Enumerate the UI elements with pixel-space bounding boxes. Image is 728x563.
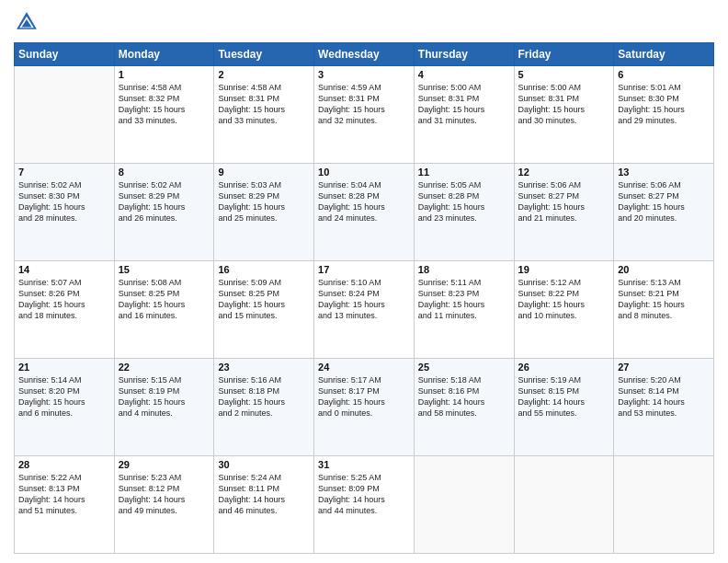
- cell-info: Sunrise: 5:10 AM Sunset: 8:24 PM Dayligh…: [318, 277, 410, 322]
- calendar-cell: 18Sunrise: 5:11 AM Sunset: 8:23 PM Dayli…: [414, 261, 514, 359]
- calendar-cell: 2Sunrise: 4:58 AM Sunset: 8:31 PM Daylig…: [214, 66, 314, 164]
- day-number: 6: [618, 69, 710, 80]
- day-number: 22: [119, 362, 210, 373]
- day-number: 14: [18, 264, 110, 275]
- calendar-cell: 3Sunrise: 4:59 AM Sunset: 8:31 PM Daylig…: [314, 66, 415, 164]
- calendar-cell: [15, 66, 115, 164]
- calendar-cell: 6Sunrise: 5:01 AM Sunset: 8:30 PM Daylig…: [614, 66, 714, 164]
- calendar-cell: 11Sunrise: 5:05 AM Sunset: 8:28 PM Dayli…: [414, 164, 514, 261]
- calendar-cell: 8Sunrise: 5:02 AM Sunset: 8:29 PM Daylig…: [114, 164, 214, 261]
- weekday-header: Saturday: [614, 43, 714, 66]
- day-number: 2: [218, 69, 310, 80]
- calendar-cell: 17Sunrise: 5:10 AM Sunset: 8:24 PM Dayli…: [314, 261, 415, 359]
- calendar-table: SundayMondayTuesdayWednesdayThursdayFrid…: [14, 42, 714, 554]
- cell-info: Sunrise: 4:58 AM Sunset: 8:31 PM Dayligh…: [218, 82, 310, 127]
- cell-info: Sunrise: 5:23 AM Sunset: 8:12 PM Dayligh…: [119, 472, 210, 517]
- cell-info: Sunrise: 5:18 AM Sunset: 8:16 PM Dayligh…: [418, 374, 510, 419]
- cell-info: Sunrise: 5:08 AM Sunset: 8:25 PM Dayligh…: [119, 277, 210, 322]
- calendar-cell: 19Sunrise: 5:12 AM Sunset: 8:22 PM Dayli…: [514, 261, 614, 359]
- cell-info: Sunrise: 5:00 AM Sunset: 8:31 PM Dayligh…: [518, 82, 610, 127]
- day-number: 30: [218, 459, 310, 470]
- cell-info: Sunrise: 5:09 AM Sunset: 8:25 PM Dayligh…: [218, 277, 310, 322]
- calendar-cell: 5Sunrise: 5:00 AM Sunset: 8:31 PM Daylig…: [514, 66, 614, 164]
- calendar-cell: [614, 456, 714, 554]
- calendar-week-row: 21Sunrise: 5:14 AM Sunset: 8:20 PM Dayli…: [15, 359, 714, 456]
- logo-icon: [14, 9, 40, 35]
- cell-info: Sunrise: 5:06 AM Sunset: 8:27 PM Dayligh…: [618, 179, 710, 224]
- cell-info: Sunrise: 5:13 AM Sunset: 8:21 PM Dayligh…: [618, 277, 710, 322]
- calendar-cell: 9Sunrise: 5:03 AM Sunset: 8:29 PM Daylig…: [214, 164, 314, 261]
- cell-info: Sunrise: 5:11 AM Sunset: 8:23 PM Dayligh…: [418, 277, 510, 322]
- day-number: 16: [218, 264, 310, 275]
- cell-info: Sunrise: 5:00 AM Sunset: 8:31 PM Dayligh…: [418, 82, 510, 127]
- calendar-cell: 13Sunrise: 5:06 AM Sunset: 8:27 PM Dayli…: [614, 164, 714, 261]
- day-number: 3: [318, 69, 410, 80]
- calendar-cell: 23Sunrise: 5:16 AM Sunset: 8:18 PM Dayli…: [214, 359, 314, 456]
- cell-info: Sunrise: 5:20 AM Sunset: 8:14 PM Dayligh…: [618, 374, 710, 419]
- calendar-cell: 24Sunrise: 5:17 AM Sunset: 8:17 PM Dayli…: [314, 359, 415, 456]
- calendar-cell: 21Sunrise: 5:14 AM Sunset: 8:20 PM Dayli…: [15, 359, 115, 456]
- cell-info: Sunrise: 5:17 AM Sunset: 8:17 PM Dayligh…: [318, 374, 410, 419]
- header: [14, 9, 714, 35]
- cell-info: Sunrise: 5:07 AM Sunset: 8:26 PM Dayligh…: [18, 277, 110, 322]
- calendar-week-row: 28Sunrise: 5:22 AM Sunset: 8:13 PM Dayli…: [15, 456, 714, 554]
- logo: [14, 9, 43, 35]
- day-number: 20: [618, 264, 710, 275]
- day-number: 13: [618, 167, 710, 178]
- day-number: 19: [518, 264, 610, 275]
- calendar-week-row: 14Sunrise: 5:07 AM Sunset: 8:26 PM Dayli…: [15, 261, 714, 359]
- day-number: 9: [218, 167, 310, 178]
- cell-info: Sunrise: 5:16 AM Sunset: 8:18 PM Dayligh…: [218, 374, 310, 419]
- cell-info: Sunrise: 5:14 AM Sunset: 8:20 PM Dayligh…: [18, 374, 110, 419]
- calendar-cell: 27Sunrise: 5:20 AM Sunset: 8:14 PM Dayli…: [614, 359, 714, 456]
- day-number: 29: [119, 459, 210, 470]
- cell-info: Sunrise: 5:25 AM Sunset: 8:09 PM Dayligh…: [318, 472, 410, 517]
- day-number: 8: [119, 167, 210, 178]
- day-number: 1: [119, 69, 210, 80]
- cell-info: Sunrise: 5:04 AM Sunset: 8:28 PM Dayligh…: [318, 179, 410, 224]
- cell-info: Sunrise: 5:15 AM Sunset: 8:19 PM Dayligh…: [119, 374, 210, 419]
- weekday-header: Tuesday: [214, 43, 314, 66]
- day-number: 21: [18, 362, 110, 373]
- weekday-header: Monday: [114, 43, 214, 66]
- cell-info: Sunrise: 5:01 AM Sunset: 8:30 PM Dayligh…: [618, 82, 710, 127]
- weekday-header: Friday: [514, 43, 614, 66]
- cell-info: Sunrise: 5:02 AM Sunset: 8:30 PM Dayligh…: [18, 179, 110, 224]
- calendar-cell: 10Sunrise: 5:04 AM Sunset: 8:28 PM Dayli…: [314, 164, 415, 261]
- day-number: 31: [318, 459, 410, 470]
- day-number: 26: [518, 362, 610, 373]
- calendar-cell: 25Sunrise: 5:18 AM Sunset: 8:16 PM Dayli…: [414, 359, 514, 456]
- day-number: 12: [518, 167, 610, 178]
- weekday-header: Sunday: [15, 43, 115, 66]
- calendar-header-row: SundayMondayTuesdayWednesdayThursdayFrid…: [15, 43, 714, 66]
- calendar-cell: 29Sunrise: 5:23 AM Sunset: 8:12 PM Dayli…: [114, 456, 214, 554]
- calendar-cell: 14Sunrise: 5:07 AM Sunset: 8:26 PM Dayli…: [15, 261, 115, 359]
- day-number: 10: [318, 167, 410, 178]
- calendar-cell: 15Sunrise: 5:08 AM Sunset: 8:25 PM Dayli…: [114, 261, 214, 359]
- calendar-cell: 26Sunrise: 5:19 AM Sunset: 8:15 PM Dayli…: [514, 359, 614, 456]
- calendar-cell: 31Sunrise: 5:25 AM Sunset: 8:09 PM Dayli…: [314, 456, 415, 554]
- day-number: 23: [218, 362, 310, 373]
- calendar-cell: [414, 456, 514, 554]
- weekday-header: Wednesday: [314, 43, 415, 66]
- cell-info: Sunrise: 5:06 AM Sunset: 8:27 PM Dayligh…: [518, 179, 610, 224]
- calendar-week-row: 1Sunrise: 4:58 AM Sunset: 8:32 PM Daylig…: [15, 66, 714, 164]
- day-number: 27: [618, 362, 710, 373]
- day-number: 17: [318, 264, 410, 275]
- cell-info: Sunrise: 5:12 AM Sunset: 8:22 PM Dayligh…: [518, 277, 610, 322]
- calendar-cell: 28Sunrise: 5:22 AM Sunset: 8:13 PM Dayli…: [15, 456, 115, 554]
- calendar-cell: 12Sunrise: 5:06 AM Sunset: 8:27 PM Dayli…: [514, 164, 614, 261]
- day-number: 28: [18, 459, 110, 470]
- cell-info: Sunrise: 5:22 AM Sunset: 8:13 PM Dayligh…: [18, 472, 110, 517]
- calendar-cell: [514, 456, 614, 554]
- cell-info: Sunrise: 4:58 AM Sunset: 8:32 PM Dayligh…: [119, 82, 210, 127]
- day-number: 7: [18, 167, 110, 178]
- cell-info: Sunrise: 5:05 AM Sunset: 8:28 PM Dayligh…: [418, 179, 510, 224]
- calendar-cell: 22Sunrise: 5:15 AM Sunset: 8:19 PM Dayli…: [114, 359, 214, 456]
- day-number: 18: [418, 264, 510, 275]
- page: SundayMondayTuesdayWednesdayThursdayFrid…: [0, 0, 728, 563]
- cell-info: Sunrise: 4:59 AM Sunset: 8:31 PM Dayligh…: [318, 82, 410, 127]
- cell-info: Sunrise: 5:02 AM Sunset: 8:29 PM Dayligh…: [119, 179, 210, 224]
- cell-info: Sunrise: 5:19 AM Sunset: 8:15 PM Dayligh…: [518, 374, 610, 419]
- day-number: 11: [418, 167, 510, 178]
